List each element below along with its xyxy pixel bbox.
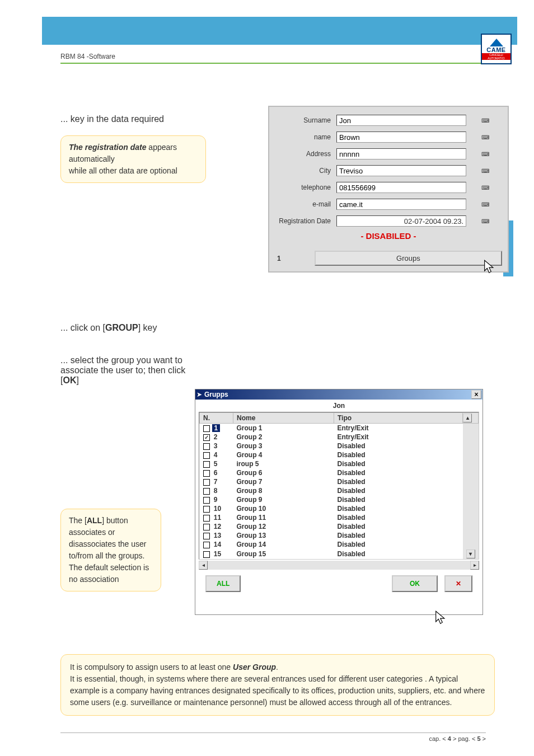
brand-logo: CAME CANCELLI AUTOMATICI	[481, 34, 512, 64]
scroll-up-icon[interactable]: ▴	[463, 414, 472, 422]
table-row[interactable]: 13Group 13Disabled	[200, 531, 479, 540]
groups-user-name: Jon	[195, 400, 483, 412]
logo-band: CANCELLI AUTOMATICI	[482, 53, 510, 60]
keyboard-icon[interactable]: ⌨	[469, 118, 502, 124]
groups-title: Grupps	[204, 391, 471, 398]
doc-title: RBM 84 -Software	[60, 53, 486, 64]
groups-dialog: ➤ Grupps × Jon N. Nome Tipo ▴	[195, 389, 483, 615]
logo-text: CAME	[486, 46, 505, 53]
instruction-3: ... select the group you want to associa…	[60, 355, 195, 386]
registration-date-value: 02-07-2004 09.23.	[336, 215, 466, 227]
form-input-5[interactable]	[336, 199, 466, 210]
table-row[interactable]: 14Group 14Disabled	[200, 540, 479, 549]
form-label-2: Address	[275, 150, 336, 158]
table-row[interactable]: 8Group 8Disabled	[200, 486, 479, 495]
table-row[interactable]: 4Group 4Disabled	[200, 450, 479, 459]
groups-table: N. Nome Tipo ▴ 1Group 1Entry/Exit✓ 2Grou…	[199, 412, 479, 559]
table-row[interactable]: 15Group 15Disabled▾	[200, 549, 479, 559]
form-label-5: e-mail	[275, 200, 336, 208]
close-icon[interactable]: ×	[471, 390, 481, 399]
form-input-1[interactable]	[336, 132, 466, 143]
table-row[interactable]: 12Group 12Disabled	[200, 522, 479, 531]
keyboard-icon[interactable]: ⌨	[469, 168, 502, 174]
groups-button[interactable]: Groups	[315, 251, 502, 266]
keyboard-icon[interactable]: ⌨	[469, 218, 502, 224]
scrollbar-horizontal[interactable]: ◂ ▸	[199, 561, 479, 570]
table-row[interactable]: 9Group 9Disabled	[200, 495, 479, 504]
note-all-button: The [ALL] button associates or disassoci…	[60, 509, 161, 591]
note-compulsory: It is compulsory to assign users to at l…	[60, 654, 495, 716]
page-footer: cap. < 4 > pag. < 5 >	[60, 732, 486, 742]
form-label-1: name	[275, 133, 336, 141]
table-row[interactable]: 11Group 11Disabled	[200, 513, 479, 522]
table-row[interactable]: 5iroup 5Disabled	[200, 459, 479, 468]
col-n[interactable]: N.	[200, 413, 233, 424]
scroll-down-icon[interactable]: ▾	[466, 550, 475, 558]
note-registration-date: The registration date appears automatica…	[60, 135, 206, 183]
keyboard-icon[interactable]: ⌨	[469, 201, 502, 208]
note-text-b: while all other data are optional	[69, 166, 177, 175]
table-row[interactable]: 10Group 10Disabled	[200, 504, 479, 513]
scroll-right-icon[interactable]: ▸	[470, 561, 479, 570]
col-nome[interactable]: Nome	[233, 413, 334, 424]
table-row[interactable]: 3Group 3Disabled	[200, 442, 479, 450]
form-label-4: telephone	[275, 184, 336, 191]
table-row[interactable]: ✓ 2Group 2Entry/Exit	[200, 433, 479, 442]
keyboard-icon[interactable]: ⌨	[469, 134, 502, 140]
form-input-0[interactable]	[336, 115, 466, 126]
instruction-2: ... click on [GROUP] key	[60, 323, 495, 333]
keyboard-icon[interactable]: ⌨	[469, 151, 502, 157]
groups-titlebar: ➤ Grupps ×	[195, 389, 483, 400]
keyboard-icon[interactable]: ⌨	[469, 185, 502, 191]
form-input-2[interactable]	[336, 148, 466, 159]
form-input-4[interactable]	[336, 182, 466, 193]
ok-button[interactable]: OK	[392, 575, 438, 592]
note-bold: The registration date	[69, 143, 146, 152]
header-bar	[42, 17, 517, 45]
logo-triangle-icon	[490, 39, 503, 46]
scroll-left-icon[interactable]: ◂	[199, 561, 208, 570]
cursor-icon	[482, 259, 498, 275]
table-row[interactable]: 6Group 6Disabled	[200, 468, 479, 477]
user-form-panel: Surname⌨name⌨Address⌨City⌨telephone⌨e-ma…	[268, 106, 509, 273]
table-row[interactable]: 1Group 1Entry/Exit	[200, 424, 479, 433]
cursor-icon	[433, 610, 449, 626]
registration-date-label: Registration Date	[275, 217, 336, 225]
col-tipo[interactable]: Tipo	[334, 413, 463, 424]
form-label-0: Surname	[275, 116, 336, 124]
disabled-status: - DISABILED -	[275, 231, 502, 241]
form-label-3: City	[275, 167, 336, 175]
titlebar-arrow-icon: ➤	[196, 391, 202, 398]
cancel-button[interactable]: ✕	[444, 575, 472, 592]
all-button[interactable]: ALL	[205, 575, 241, 592]
form-index: 1	[277, 255, 281, 262]
table-row[interactable]: 7Group 7Disabled	[200, 477, 479, 486]
form-input-3[interactable]	[336, 165, 466, 176]
